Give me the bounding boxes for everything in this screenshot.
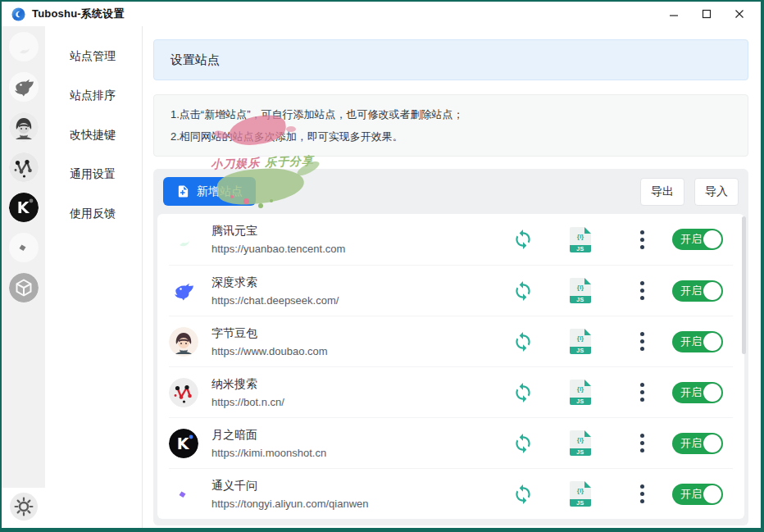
toggle-knob — [703, 485, 721, 503]
sites-panel: 新增站点 导出 导入 腾讯元宝 https://yuanbao.tencent.… — [153, 169, 748, 525]
instructions-box: 1.点击“新增站点”，可自行添加站点，也可修改或者删除站点；2.相同网站的站点多… — [153, 94, 748, 157]
row-menu-button[interactable] — [612, 434, 672, 452]
refresh-site-button[interactable] — [497, 433, 549, 454]
toolbar: 新增站点 导出 导入 — [157, 175, 744, 214]
toggle-knob — [703, 282, 721, 300]
row-menu-button[interactable] — [612, 484, 672, 503]
instruction-line: 1.点击“新增站点”，可自行添加站点，也可修改或者删除站点； — [171, 103, 731, 125]
row-menu-button[interactable] — [612, 230, 672, 249]
gear-icon — [13, 496, 34, 517]
app-icon-strip: K — [2, 26, 45, 528]
site-row: 深度求索 https://chat.deepseek.com/ {i} JS 开… — [169, 265, 733, 316]
site-list: 腾讯元宝 https://yuanbao.tencent.com {i} JS … — [157, 214, 744, 519]
sidebar-app-icon-yuanbao[interactable] — [9, 32, 39, 61]
toggle-label: 开启 — [680, 334, 702, 349]
export-button[interactable]: 导出 — [640, 178, 684, 206]
refresh-icon — [512, 229, 534, 250]
nav-item-3[interactable]: 通用设置 — [45, 155, 142, 194]
toggle-label: 开启 — [680, 487, 702, 502]
toggle-label: 开启 — [680, 436, 702, 451]
js-file-icon: {i} JS — [570, 481, 591, 507]
sidebar-app-icon-cube[interactable] — [9, 273, 39, 302]
js-file-icon: {i} JS — [570, 227, 591, 252]
close-button[interactable] — [723, 3, 756, 25]
site-enabled-toggle[interactable]: 开启 — [672, 433, 723, 454]
site-name: 月之暗面 — [211, 428, 497, 443]
site-icon — [169, 327, 198, 357]
row-menu-button[interactable] — [612, 281, 672, 300]
toggle-knob — [703, 434, 721, 452]
toggle-label: 开启 — [680, 284, 702, 298]
nav-item-0[interactable]: 站点管理 — [45, 37, 142, 76]
refresh-site-button[interactable] — [497, 229, 549, 250]
settings-gear-button[interactable] — [10, 493, 38, 521]
toggle-knob — [703, 230, 721, 248]
site-enabled-toggle[interactable]: 开启 — [672, 382, 723, 403]
site-row: 纳米搜索 https://bot.n.cn/ {i} JS 开启 — [169, 366, 733, 417]
refresh-site-button[interactable] — [497, 280, 549, 302]
refresh-site-button[interactable] — [497, 484, 549, 505]
refresh-site-button[interactable] — [497, 331, 549, 352]
svg-text:K: K — [177, 434, 190, 452]
refresh-site-button[interactable] — [497, 382, 549, 403]
nav-item-2[interactable]: 改快捷键 — [45, 116, 142, 155]
sidebar-app-icon-tongyi[interactable] — [9, 233, 39, 262]
app-window: Tuboshu-系统设置 — [0, 0, 764, 532]
js-script-button[interactable]: {i} JS — [549, 329, 612, 354]
nav-item-4[interactable]: 使用反馈 — [45, 194, 142, 234]
sidebar-app-icon-nano[interactable] — [9, 152, 39, 182]
import-button[interactable]: 导入 — [694, 178, 739, 206]
toggle-knob — [703, 333, 721, 351]
site-name: 通义千问 — [211, 479, 497, 493]
site-url: https://yuanbao.tencent.com — [211, 243, 497, 255]
svg-text:K: K — [16, 198, 30, 216]
scrollbar-thumb[interactable] — [742, 216, 746, 354]
nav-item-1[interactable]: 站点排序 — [45, 76, 142, 116]
sidebar-app-icon-doubao[interactable] — [9, 112, 39, 142]
nav-menu: 站点管理站点排序改快捷键通用设置使用反馈 — [45, 26, 143, 528]
kebab-menu-icon — [640, 230, 644, 249]
js-script-button[interactable]: {i} JS — [549, 380, 612, 405]
site-enabled-toggle[interactable]: 开启 — [672, 331, 723, 352]
site-icon — [169, 378, 198, 407]
js-file-icon: {i} JS — [570, 278, 591, 303]
site-url: https://tongyi.aliyun.com/qianwen — [211, 498, 497, 510]
site-row: 字节豆包 https://www.doubao.com {i} JS 开启 — [169, 316, 733, 366]
js-script-button[interactable]: {i} JS — [549, 278, 612, 303]
site-enabled-toggle[interactable]: 开启 — [672, 229, 723, 250]
site-icon — [169, 225, 198, 254]
site-enabled-toggle[interactable]: 开启 — [672, 484, 723, 505]
js-file-icon: {i} JS — [570, 430, 591, 456]
sidebar-app-icon-deepseek[interactable] — [9, 72, 39, 102]
kebab-menu-icon — [640, 332, 644, 351]
sidebar-app-icon-kimi[interactable]: K — [9, 193, 39, 222]
page-title: 设置站点 — [153, 39, 748, 80]
site-name: 腾讯元宝 — [211, 224, 497, 239]
add-site-button[interactable]: 新增站点 — [163, 177, 256, 206]
row-menu-button[interactable] — [612, 383, 672, 402]
site-enabled-toggle[interactable]: 开启 — [672, 280, 723, 302]
js-script-button[interactable]: {i} JS — [549, 227, 612, 252]
site-row: 腾讯元宝 https://yuanbao.tencent.com {i} JS … — [169, 214, 733, 265]
site-url: https://chat.deepseek.com/ — [211, 294, 497, 307]
site-url: https://kimi.moonshot.cn — [211, 447, 497, 459]
js-script-button[interactable]: {i} JS — [549, 430, 612, 456]
site-icon — [169, 480, 198, 509]
refresh-icon — [512, 433, 534, 454]
refresh-icon — [512, 331, 534, 352]
site-url: https://bot.n.cn/ — [211, 396, 497, 408]
maximize-button[interactable] — [690, 3, 723, 25]
site-icon — [169, 276, 198, 306]
site-name: 纳米搜索 — [211, 377, 497, 392]
js-file-icon: {i} JS — [570, 380, 591, 405]
title-bar: Tuboshu-系统设置 — [2, 2, 761, 26]
row-menu-button[interactable] — [612, 332, 672, 351]
toggle-knob — [703, 384, 721, 402]
js-script-button[interactable]: {i} JS — [549, 481, 612, 507]
site-row: 通义千问 https://tongyi.aliyun.com/qianwen {… — [169, 468, 733, 519]
minimize-button[interactable] — [657, 3, 690, 25]
toggle-label: 开启 — [680, 385, 702, 400]
site-icon: K — [169, 429, 198, 458]
kebab-menu-icon — [640, 383, 644, 402]
main-content: 设置站点 1.点击“新增站点”，可自行添加站点，也可修改或者删除站点；2.相同网… — [143, 26, 761, 528]
